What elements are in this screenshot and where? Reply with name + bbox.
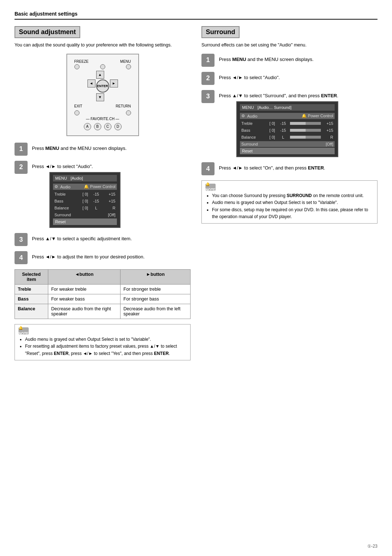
remote-exit-return: EXIT RETURN bbox=[74, 104, 131, 108]
bass-right-action: For stronger bass bbox=[121, 294, 191, 304]
step-num-4: 4 bbox=[15, 251, 28, 264]
surround-audio-label: Audio bbox=[247, 114, 302, 118]
bass-max: +15 bbox=[105, 199, 115, 203]
balance-right-action: Decrease audio from the left speaker bbox=[121, 304, 191, 319]
balance-left: L bbox=[91, 206, 102, 210]
surround-step-num-2: 2 bbox=[201, 72, 215, 85]
treble-row: Treble [ 0] -15 +15 bbox=[53, 191, 117, 197]
page-num-label: ①-23 bbox=[367, 544, 377, 549]
surround-treble-max: +15 bbox=[322, 121, 333, 126]
treble-left-action: For weaker treble bbox=[48, 285, 120, 294]
surround-power-label: 🔔 Power Control bbox=[302, 114, 333, 118]
balance-left-action: Decrease audio from the right speaker bbox=[48, 304, 120, 319]
dpad-enter: ENTER bbox=[96, 79, 109, 93]
surround-balance-right: R bbox=[322, 135, 333, 139]
surround-note-1: You can choose Surround by pressing SURR… bbox=[212, 192, 373, 199]
sound-note-header: 🔔 NOTE bbox=[19, 327, 187, 335]
surround-treble-val: [ 0] bbox=[267, 121, 278, 126]
surround-bass-min: -15 bbox=[278, 128, 289, 132]
surround-surround-val: [Off] bbox=[326, 142, 333, 146]
surround-section: Surround Surround effects can be set usi… bbox=[201, 26, 377, 360]
menu-header-bar: MENU [Audio] bbox=[53, 175, 117, 181]
surround-treble-slider bbox=[290, 122, 321, 125]
dpad-down: ▼ bbox=[96, 93, 104, 101]
remote-menu-btn bbox=[126, 64, 131, 69]
surround-step-text-1: Press MENU and the MENU screen displays. bbox=[219, 54, 314, 63]
sound-note-2: For resetting all adjustment items to fa… bbox=[25, 343, 187, 357]
note-icon: 🔔 NOTE bbox=[19, 327, 29, 335]
sound-note-box: 🔔 NOTE Audio menu is grayed out when Out… bbox=[15, 324, 191, 360]
surround-menu-breadcrumb: [Audio… Surround] bbox=[257, 105, 291, 110]
surround-bass-val: [ 0] bbox=[267, 128, 278, 132]
freeze-label: FREEZE bbox=[74, 60, 89, 64]
step-num-3: 3 bbox=[15, 233, 28, 246]
page-number: ①-23 bbox=[367, 544, 377, 549]
exit-btn bbox=[74, 110, 79, 115]
bass-row: Bass [ 0] -15 +15 bbox=[53, 198, 117, 204]
dpad-right: ► bbox=[110, 79, 118, 87]
balance-val: [ 0] bbox=[80, 206, 91, 210]
surround-balance-val: [ 0] bbox=[267, 135, 278, 139]
surround-note-box: 🔔 NOTE You can choose Surround by pressi… bbox=[201, 180, 377, 224]
step-num-1: 1 bbox=[15, 143, 28, 156]
balance-row: Balance [ 0] L R bbox=[53, 205, 117, 211]
surround-step-num-1: 1 bbox=[201, 54, 215, 67]
surround-note-header: 🔔 NOTE bbox=[205, 184, 373, 191]
step-text-1: Press MENU and the MENU screen displays. bbox=[32, 143, 127, 152]
treble-right-action: For stronger treble bbox=[121, 285, 191, 294]
surround-menu-word: MENU bbox=[242, 105, 254, 110]
surround-step-text-4: Press ◄/► to select "On", and then press… bbox=[219, 162, 325, 172]
sound-adjustment-title: Sound adjustment bbox=[15, 26, 80, 38]
surround-step-text-3: Press ▲/▼ to select "Surround", and then… bbox=[219, 90, 338, 99]
menu-word: MENU bbox=[55, 176, 67, 180]
remote-top-labels: FREEZE MENU bbox=[74, 60, 131, 64]
col-selected-item: Selected item bbox=[15, 270, 48, 285]
bass-val: [ 0] bbox=[80, 199, 91, 203]
dpad-left: ◄ bbox=[87, 79, 95, 87]
surround-treble-row: Treble [ 0] -15 +15 bbox=[240, 120, 335, 126]
menu-audio-row: ⚙ Audio 🔔 Power Control bbox=[53, 184, 117, 190]
surround-bass-fill bbox=[290, 129, 306, 132]
surround-balance-slider bbox=[290, 136, 321, 139]
surround-surround-row: Surround [Off] bbox=[240, 141, 335, 147]
surround-audio-icon: ⚙ bbox=[241, 114, 245, 118]
surround-val: [Off] bbox=[108, 213, 115, 217]
surround-audio-row: ⚙ Audio 🔔 Power Control bbox=[240, 113, 335, 119]
sound-step-3: 3 Press ▲/▼ to select a specific adjustm… bbox=[15, 233, 191, 246]
bass-label: Bass bbox=[54, 199, 80, 203]
surround-treble-min: -15 bbox=[278, 121, 289, 126]
surround-bass-row: Bass [ 0] -15 +15 bbox=[240, 127, 335, 133]
surround-surround-label: Surround bbox=[241, 142, 258, 146]
audio-label: Audio bbox=[60, 185, 84, 189]
remote-fav-label: — FAVORITE.CH — bbox=[74, 117, 131, 121]
return-label: RETURN bbox=[116, 104, 131, 108]
remote-illustration: FREEZE MENU ◄ ▲ ENTER ▼ ► EXIT bbox=[15, 54, 191, 136]
table-row-balance: Balance Decrease audio from the right sp… bbox=[15, 304, 191, 319]
menu-breadcrumb: [Audio] bbox=[70, 176, 83, 180]
page-header: Basic adjustment settings bbox=[15, 11, 377, 20]
treble-min: -15 bbox=[91, 192, 102, 196]
remote-freeze-btn bbox=[100, 64, 105, 69]
adjustment-table: Selected item ◄button ►button Treble For… bbox=[15, 269, 191, 319]
remote-dpad: ◄ ▲ ENTER ▼ ► bbox=[74, 71, 131, 101]
surround-title: Surround bbox=[201, 26, 240, 38]
sound-step-2: 2 Press ◄/► to select "Audio". MENU [Aud… bbox=[15, 161, 191, 228]
return-btn bbox=[126, 110, 131, 115]
bass-item: Bass bbox=[15, 294, 48, 304]
step-num-2: 2 bbox=[15, 161, 28, 174]
remote-up-dot bbox=[74, 64, 79, 69]
power-control-label: 🔔 Power Control bbox=[84, 184, 115, 189]
surround-row: Surround [Off] bbox=[53, 212, 117, 218]
balance-label: Balance bbox=[54, 206, 80, 210]
surround-balance-label: Balance bbox=[241, 135, 267, 139]
reset-row: Reset bbox=[53, 218, 117, 225]
exit-label: EXIT bbox=[74, 104, 82, 108]
surround-note-3: For some discs, setup may be required on… bbox=[212, 207, 373, 220]
surround-treble-fill bbox=[290, 122, 306, 125]
sound-adjustment-section: Sound adjustment You can adjust the soun… bbox=[15, 26, 191, 360]
surround-step-3: 3 Press ▲/▼ to select "Surround", and th… bbox=[201, 90, 377, 158]
balance-right: R bbox=[105, 206, 115, 210]
surround-reset-row: Reset bbox=[240, 148, 335, 154]
surround-note-list: You can choose Surround by pressing SURR… bbox=[205, 192, 373, 220]
surround-balance-fill bbox=[290, 136, 306, 139]
